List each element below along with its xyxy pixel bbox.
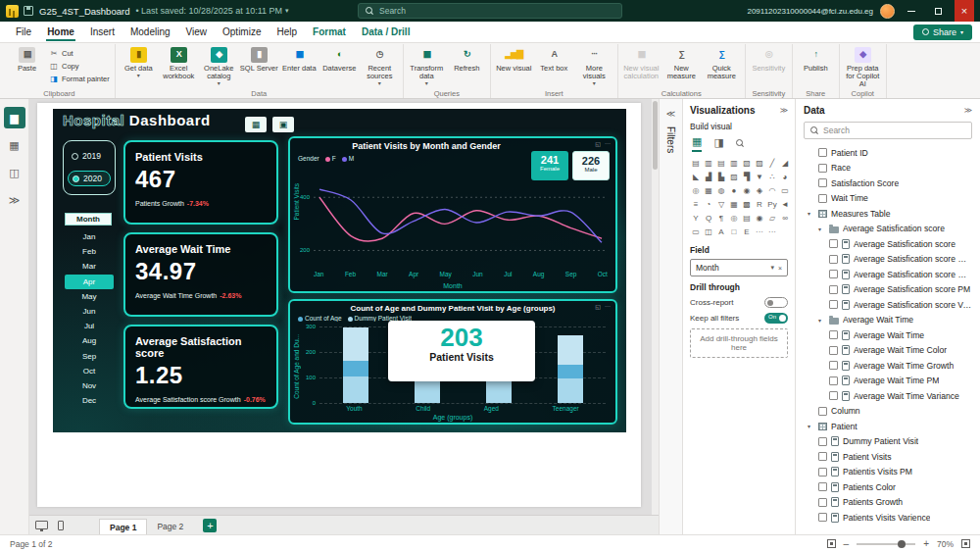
- prep-data-for-copilot-ai-button[interactable]: ◆Prep data for Copilot AI: [843, 44, 883, 89]
- data-search-input[interactable]: [823, 125, 965, 135]
- restore-button[interactable]: [928, 0, 948, 22]
- decomposition-tree-icon[interactable]: Y: [690, 212, 702, 224]
- treemap-icon[interactable]: ▦: [703, 184, 714, 196]
- menu-help[interactable]: Help: [269, 23, 305, 41]
- stacked-column-chart-icon[interactable]: ▥: [703, 157, 714, 169]
- field-item-patientis-visits-pm[interactable]: Patientis Visits PM: [804, 465, 972, 480]
- line-chart-plot[interactable]: [314, 177, 608, 268]
- kpi-icon[interactable]: ◔: [703, 198, 714, 210]
- field-item-average-wait-time-pm[interactable]: Average Wait Time PM: [804, 374, 972, 389]
- field-item-patient[interactable]: ▾Patient: [804, 419, 972, 434]
- filled-map-icon[interactable]: ●: [728, 184, 740, 196]
- field-item-patients-growth[interactable]: Patients Growth: [804, 495, 972, 511]
- clustered-column-chart-icon[interactable]: ▥: [728, 157, 740, 169]
- month-item-nov[interactable]: Nov: [65, 378, 114, 393]
- keep-all-filters-toggle[interactable]: On: [764, 313, 788, 324]
- line-chart-visual[interactable]: ◱··· Patient Visits by Month and Gender …: [288, 136, 617, 293]
- month-item-dec[interactable]: Dec: [65, 393, 114, 408]
- transform-data-button[interactable]: ▦Transform data▾: [407, 44, 447, 89]
- bar-youth[interactable]: [343, 327, 368, 403]
- metrics-icon[interactable]: ◎: [728, 212, 740, 224]
- format-painter-button[interactable]: ◨Format painter: [49, 74, 110, 83]
- field-item-measures-table[interactable]: ▾Measures Table: [804, 206, 972, 222]
- user-email[interactable]: 20911202310000044@fci.zu.edu.eg: [747, 7, 873, 16]
- field-checkbox[interactable]: [818, 513, 827, 522]
- format-visual-tab-icon[interactable]: ◨: [713, 136, 723, 151]
- ribbon-chart-icon[interactable]: ▨: [728, 171, 740, 182]
- sensitivity-button[interactable]: ◎Sensitivity: [749, 44, 789, 89]
- field-item-average-wait-time[interactable]: Average Wait Time: [804, 327, 972, 343]
- field-checkbox[interactable]: [818, 178, 827, 187]
- qa-visual-icon[interactable]: Q: [703, 212, 714, 224]
- field-well-month[interactable]: Month ▾ ×: [690, 259, 788, 276]
- mobile-view-icon[interactable]: [54, 521, 64, 530]
- power-apps-icon[interactable]: ▱: [766, 212, 778, 224]
- new-card-icon[interactable]: ▭: [690, 226, 702, 237]
- month-item-jul[interactable]: Jul: [65, 319, 114, 333]
- kpi-card-average-satisfaction[interactable]: Average Satisfaction score 1.25 Average …: [123, 325, 278, 409]
- field-checkbox[interactable]: [829, 361, 838, 370]
- month-item-apr[interactable]: Apr: [65, 275, 114, 289]
- cut-button[interactable]: ✂Cut: [49, 48, 110, 58]
- text-box-button[interactable]: AText box: [534, 44, 574, 89]
- month-item-mar[interactable]: Mar: [65, 259, 114, 274]
- field-item-average-wait-time-variance[interactable]: Average Wait Time Variance: [804, 388, 972, 404]
- collapse-pane-icon[interactable]: ≫: [780, 106, 788, 115]
- scatter-chart-icon[interactable]: ∴: [766, 171, 778, 182]
- field-checkbox[interactable]: [829, 376, 838, 385]
- report-page[interactable]: Hospital Dashboard ▦▣ 20192020 Month Jan…: [37, 103, 641, 507]
- enter-data-button[interactable]: ▦Enter data: [279, 44, 319, 89]
- close-button[interactable]: ×: [955, 0, 974, 22]
- male-count-card[interactable]: 226 Male: [572, 151, 610, 180]
- minimize-button[interactable]: [902, 0, 921, 22]
- legend-item-m[interactable]: M: [342, 155, 354, 162]
- month-item-jan[interactable]: Jan: [65, 229, 114, 244]
- smart-narrative-icon[interactable]: ¶: [715, 212, 727, 224]
- r-script-visual-icon[interactable]: R: [754, 198, 765, 210]
- user-avatar[interactable]: [880, 4, 895, 19]
- visual-header-icons[interactable]: ◱···: [595, 140, 611, 147]
- field-checkbox[interactable]: [818, 498, 827, 507]
- arcgis-map-icon[interactable]: ◉: [754, 212, 765, 224]
- field-checkbox[interactable]: [829, 391, 838, 400]
- expand-chevron-icon[interactable]: ▾: [818, 317, 825, 324]
- visual-header-icons[interactable]: ◱···: [595, 303, 611, 310]
- year-option-2020[interactable]: 2020: [68, 171, 111, 186]
- search-input[interactable]: [379, 6, 614, 16]
- field-checkbox[interactable]: [829, 285, 838, 294]
- dataverse-button[interactable]: ◐Dataverse: [319, 44, 360, 89]
- month-item-oct[interactable]: Oct: [65, 364, 114, 378]
- field-item-average-satisfication-score[interactable]: ▾Average Satisfication score: [804, 222, 972, 237]
- field-item-average-satisfication-score-gro[interactable]: Average Satisfication score Gro...: [804, 267, 972, 282]
- desktop-view-icon[interactable]: [35, 521, 48, 529]
- table-icon[interactable]: ▦: [728, 198, 740, 210]
- field-checkbox[interactable]: [818, 164, 827, 173]
- field-checkbox[interactable]: [818, 437, 827, 446]
- field-item-average-satisfication-score-color[interactable]: Average Satisfication score Color: [804, 252, 972, 268]
- filters-pane-collapsed[interactable]: ≪ Filters: [659, 99, 683, 534]
- key-influencers-icon[interactable]: ◄: [779, 198, 791, 210]
- donut-chart-icon[interactable]: ◎: [690, 184, 702, 196]
- field-checkbox[interactable]: [818, 194, 827, 203]
- title-caret-icon[interactable]: ▾: [285, 7, 289, 15]
- legend-item-f[interactable]: F: [325, 155, 336, 162]
- e-chart-icon[interactable]: E: [741, 226, 753, 237]
- card-icon[interactable]: ▭: [779, 184, 791, 196]
- female-count-card[interactable]: 241 Female: [531, 151, 568, 180]
- field-item-patient-visits[interactable]: Patient Visits: [804, 449, 972, 465]
- reset-filters-icon[interactable]: ▣: [272, 117, 294, 132]
- menu-insert[interactable]: Insert: [82, 23, 122, 41]
- global-search[interactable]: [358, 3, 622, 19]
- get-more-visuals-icon[interactable]: ···: [754, 226, 765, 237]
- month-item-sep[interactable]: Sep: [65, 349, 114, 364]
- copy-button[interactable]: ◫Copy: [49, 61, 110, 71]
- field-item-column[interactable]: Column: [804, 404, 972, 420]
- field-checkbox[interactable]: [829, 346, 838, 355]
- line-stacked-column-chart-icon[interactable]: ▟: [703, 171, 714, 182]
- expand-chevron-icon[interactable]: ▾: [818, 226, 825, 232]
- field-checkbox[interactable]: [829, 239, 838, 248]
- field-item-average-satisfication-score-pm[interactable]: Average Satisfication score PM: [804, 282, 972, 298]
- onelake-catalog-button[interactable]: ◈OneLake catalog▾: [199, 44, 239, 89]
- year-option-2019[interactable]: 2019: [68, 149, 111, 163]
- field-checkbox[interactable]: [818, 482, 827, 491]
